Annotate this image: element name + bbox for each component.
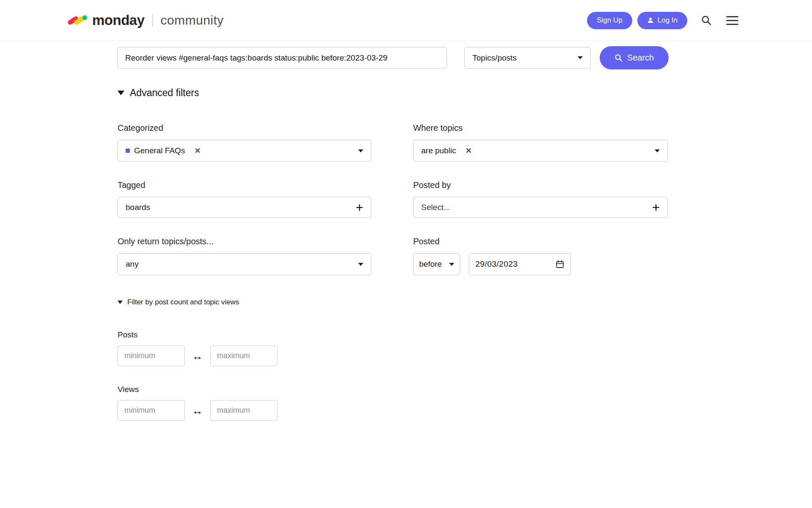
header-actions: Sign Up Log In	[587, 12, 740, 29]
category-color-square	[126, 149, 130, 153]
posted-by-value: Select...	[421, 203, 450, 212]
brand-name: monday	[92, 12, 145, 28]
user-icon	[647, 17, 654, 24]
posted-row: before 29/03/2023	[413, 253, 668, 275]
chevron-down-icon	[449, 263, 454, 266]
brand-divider	[152, 14, 153, 27]
brand-community: community	[161, 13, 224, 28]
only-return-select[interactable]: any	[118, 253, 371, 275]
tagged-label: Tagged	[118, 180, 371, 190]
search-row: Topics/posts Search	[118, 46, 812, 69]
log-in-button[interactable]: Log In	[637, 12, 687, 29]
remove-where-icon[interactable]: ✕	[465, 147, 472, 155]
chevron-down-icon	[578, 56, 583, 59]
brand[interactable]: monday community	[67, 12, 224, 28]
chevron-down-icon	[358, 263, 363, 266]
calendar-icon	[556, 260, 564, 268]
search-button-icon	[614, 54, 623, 62]
count-filter-toggle[interactable]: Filter by post count and topic views	[118, 298, 812, 306]
posted-by-group: Posted by Select... +	[413, 180, 668, 218]
views-range-row: ↔	[118, 400, 812, 421]
posts-range-row: ↔	[118, 345, 812, 366]
hamburger-icon	[726, 16, 738, 25]
tagged-value: boards	[126, 203, 150, 212]
views-label: Views	[118, 385, 812, 394]
category-chip: General FAQs ✕	[126, 146, 200, 155]
tagged-input[interactable]: boards +	[118, 197, 371, 218]
chevron-down-icon	[655, 149, 660, 152]
triangle-down-icon	[118, 301, 123, 304]
where-chip: are public ✕	[421, 146, 472, 155]
search-type-value: Topics/posts	[472, 53, 517, 63]
views-min-input[interactable]	[118, 400, 185, 421]
posted-condition-select[interactable]: before	[413, 253, 460, 275]
advanced-filters-title: Advanced filters	[130, 87, 199, 99]
where-topics-select[interactable]: are public ✕	[413, 140, 668, 162]
posts-min-input[interactable]	[118, 345, 185, 366]
only-return-value: any	[126, 260, 139, 269]
posted-by-label: Posted by	[413, 180, 668, 190]
add-tag-icon[interactable]: +	[356, 201, 363, 214]
only-return-group: Only return topics/posts... any	[118, 237, 371, 275]
log-in-label: Log In	[658, 16, 678, 25]
remove-category-icon[interactable]: ✕	[194, 147, 200, 155]
posted-label: Posted	[413, 237, 668, 246]
add-user-icon[interactable]: +	[652, 201, 660, 214]
posted-date-value: 29/03/2023	[475, 260, 518, 269]
header: monday community Sign Up Log In	[0, 0, 812, 41]
tagged-group: Tagged boards +	[118, 180, 371, 218]
filters-grid: Categorized General FAQs ✕ Where topics …	[118, 123, 812, 275]
where-topics-group: Where topics are public ✕	[413, 123, 668, 162]
where-chip-label: are public	[421, 146, 456, 155]
search-icon	[701, 15, 712, 26]
categorized-label: Categorized	[118, 123, 371, 133]
only-return-label: Only return topics/posts...	[118, 237, 371, 246]
header-search-button[interactable]	[699, 13, 713, 28]
chevron-down-icon	[358, 149, 363, 152]
search-type-select[interactable]: Topics/posts	[464, 47, 591, 69]
posts-label: Posts	[118, 330, 812, 340]
search-button-label: Search	[627, 53, 654, 63]
posted-condition-value: before	[419, 260, 442, 269]
posted-date-input[interactable]: 29/03/2023	[469, 253, 571, 275]
count-filter-title: Filter by post count and topic views	[127, 298, 239, 306]
search-page: Topics/posts Search Advanced filters Cat…	[0, 41, 812, 421]
category-chip-label: General FAQs	[134, 146, 185, 155]
left-right-arrow-icon: ↔	[192, 405, 203, 416]
posted-group: Posted before 29/03/2023	[413, 237, 668, 275]
categorized-group: Categorized General FAQs ✕	[118, 123, 371, 162]
monday-logo-icon	[67, 14, 87, 27]
where-topics-label: Where topics	[413, 123, 668, 133]
posted-by-input[interactable]: Select... +	[413, 197, 668, 218]
left-right-arrow-icon: ↔	[192, 351, 203, 362]
search-button[interactable]: Search	[600, 46, 669, 69]
menu-button[interactable]	[724, 14, 740, 27]
categorized-select[interactable]: General FAQs ✕	[118, 140, 371, 162]
sign-up-button[interactable]: Sign Up	[587, 12, 632, 29]
triangle-down-icon	[118, 91, 124, 95]
posts-max-input[interactable]	[210, 345, 277, 366]
advanced-filters-toggle[interactable]: Advanced filters	[118, 87, 812, 99]
sign-up-label: Sign Up	[597, 16, 622, 25]
search-query-input[interactable]	[118, 47, 447, 69]
views-max-input[interactable]	[210, 400, 277, 421]
